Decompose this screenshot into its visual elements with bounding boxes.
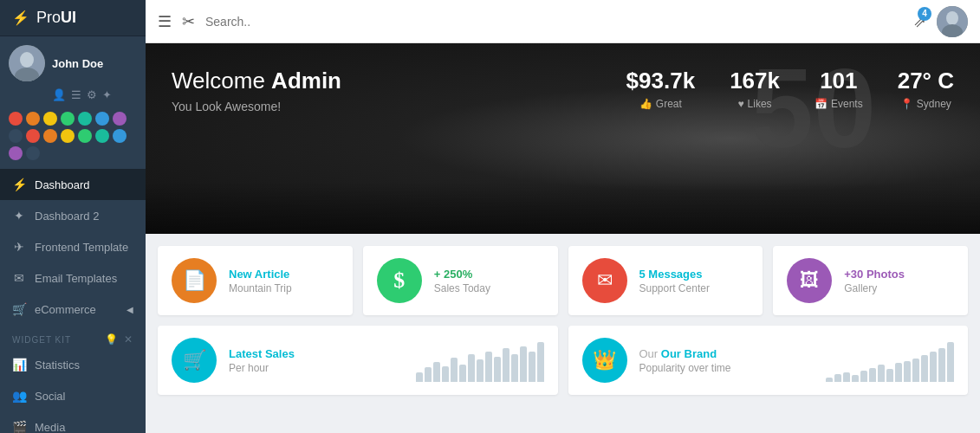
stat-value-weather: 27° C bbox=[898, 68, 954, 94]
color-swatch-10[interactable] bbox=[61, 129, 75, 143]
notifications-wrap: ⇗ 4 bbox=[913, 12, 926, 31]
hero-banner: 50 Welcome Admin You Look Awesome! $93.7… bbox=[146, 43, 980, 234]
latest-sales-icon: 🛒 bbox=[172, 338, 217, 383]
article-subtitle: Mountain Trip bbox=[229, 282, 339, 294]
sidebar-item-label: Statistics bbox=[35, 359, 80, 372]
bolt-icon: ⚡ bbox=[12, 10, 29, 26]
sidebar-nav: ⚡ Dashboard ✦ Dashboard 2 ✈ Frontend Tem… bbox=[0, 169, 146, 433]
ecommerce-icon: 🛒 bbox=[12, 302, 26, 316]
chart-bar bbox=[485, 352, 492, 382]
sidebar-item-dashboard2[interactable]: ✦ Dashboard 2 bbox=[0, 200, 146, 231]
latest-sales-title: Latest Sales bbox=[229, 347, 395, 360]
chart-bar bbox=[878, 365, 885, 382]
color-swatch-12[interactable] bbox=[95, 129, 109, 143]
chart-bar bbox=[869, 368, 876, 382]
chart-bar bbox=[459, 365, 466, 382]
color-swatch-7[interactable] bbox=[9, 129, 23, 143]
sidebar-item-label: Dashboard 2 bbox=[35, 210, 99, 223]
chart-bar bbox=[477, 359, 484, 382]
dashboard-icon: ⚡ bbox=[12, 178, 26, 191]
latest-sales-info: Latest Sales Per hour bbox=[229, 347, 395, 374]
great-icon: 👍 bbox=[639, 98, 652, 110]
color-swatch-15[interactable] bbox=[26, 146, 40, 160]
location-icon: 📍 bbox=[900, 98, 913, 110]
article-icon: 📄 bbox=[172, 258, 217, 303]
color-swatch-14[interactable] bbox=[9, 146, 23, 160]
sidebar: ⚡ ProUI John Doe 👤 ☰ ⚙ ✦ ⚡ Dashboard ✦ bbox=[0, 0, 146, 433]
chart-bar bbox=[912, 359, 919, 382]
color-swatch-13[interactable] bbox=[113, 129, 127, 143]
messages-subtitle: Support Center bbox=[639, 282, 750, 294]
stat-label-revenue: 👍 Great bbox=[626, 98, 696, 110]
color-swatch-0[interactable] bbox=[9, 112, 23, 126]
notification-badge: 4 bbox=[918, 7, 931, 21]
chart-bar bbox=[468, 354, 475, 382]
widget-latest-sales[interactable]: 🛒 Latest Sales Per hour bbox=[158, 326, 558, 395]
logo-text: ProUI bbox=[36, 9, 76, 27]
stat-label-likes: ♥ Likes bbox=[730, 98, 780, 110]
chart-bar bbox=[425, 367, 432, 382]
sales-title: + 250% bbox=[434, 268, 544, 281]
color-swatches bbox=[0, 108, 146, 164]
user-settings-icon[interactable]: ⚙ bbox=[87, 88, 97, 101]
calendar-icon: 📅 bbox=[815, 98, 827, 110]
chart-bar bbox=[511, 354, 518, 382]
widget-row-2: 🛒 Latest Sales Per hour 👑 Our Our Brand … bbox=[158, 326, 968, 395]
sidebar-item-ecommerce[interactable]: 🛒 eCommerce ◀ bbox=[0, 294, 146, 325]
photos-info: +30 Photos Gallery bbox=[844, 268, 954, 294]
widget-kit-section: WIDGET KIT 💡 ✕ bbox=[0, 325, 146, 349]
topbar-avatar[interactable] bbox=[937, 6, 968, 37]
color-swatch-4[interactable] bbox=[78, 112, 92, 126]
user-menu-icon[interactable]: ☰ bbox=[71, 88, 81, 101]
widget-kit-bulb-icon[interactable]: 💡 bbox=[105, 333, 119, 346]
widget-brand[interactable]: 👑 Our Our Brand Popularity over time bbox=[568, 326, 969, 395]
user-profile-icon[interactable]: 👤 bbox=[52, 88, 66, 101]
stat-value-likes: 167k bbox=[730, 68, 780, 94]
tools-icon[interactable]: ✂ bbox=[182, 12, 195, 31]
color-swatch-9[interactable] bbox=[43, 129, 57, 143]
user-star-icon[interactable]: ✦ bbox=[102, 88, 112, 101]
messages-icon: ✉ bbox=[582, 258, 627, 303]
user-action-icons: 👤 ☰ ⚙ ✦ bbox=[0, 87, 146, 108]
color-swatch-8[interactable] bbox=[26, 129, 40, 143]
brand-chart bbox=[826, 339, 954, 382]
sidebar-item-frontend[interactable]: ✈ Frontend Template bbox=[0, 231, 146, 262]
hero-subtitle: You Look Awesome! bbox=[172, 100, 626, 113]
sidebar-logo: ⚡ ProUI bbox=[0, 0, 146, 36]
sidebar-item-label: Social bbox=[35, 390, 65, 403]
color-swatch-3[interactable] bbox=[61, 112, 75, 126]
media-icon: 🎬 bbox=[12, 420, 26, 433]
color-swatch-1[interactable] bbox=[26, 112, 40, 126]
color-swatch-11[interactable] bbox=[78, 129, 92, 143]
chart-bar bbox=[921, 355, 928, 382]
statistics-icon: 📊 bbox=[12, 358, 26, 372]
hero-overlay bbox=[146, 182, 980, 234]
search-input[interactable] bbox=[205, 15, 903, 29]
widget-kit-cross-icon[interactable]: ✕ bbox=[124, 333, 133, 346]
hero-stat-weather: 27° C 📍 Sydney bbox=[898, 68, 954, 110]
sidebar-item-dashboard[interactable]: ⚡ Dashboard bbox=[0, 169, 146, 200]
color-swatch-2[interactable] bbox=[43, 112, 57, 126]
widget-row-1: 📄 New Article Mountain Trip $ + 250% Sal… bbox=[158, 246, 968, 315]
heart-icon: ♥ bbox=[737, 98, 743, 110]
sidebar-item-statistics[interactable]: 📊 Statistics bbox=[0, 349, 146, 380]
ecommerce-arrow: ◀ bbox=[127, 305, 133, 314]
widget-photos[interactable]: 🖼 +30 Photos Gallery bbox=[773, 246, 968, 315]
widget-new-article[interactable]: 📄 New Article Mountain Trip bbox=[158, 246, 353, 315]
color-swatch-6[interactable] bbox=[113, 112, 127, 126]
menu-toggle-icon[interactable]: ☰ bbox=[158, 12, 172, 31]
sidebar-item-social[interactable]: 👥 Social bbox=[0, 380, 146, 411]
widget-sales[interactable]: $ + 250% Sales Today bbox=[363, 246, 558, 315]
hero-stat-events: 101 📅 Events bbox=[815, 68, 863, 110]
sidebar-item-email[interactable]: ✉ Email Templates bbox=[0, 262, 146, 294]
sidebar-item-label: Media bbox=[35, 421, 65, 434]
chart-bar bbox=[947, 342, 954, 382]
widget-messages[interactable]: ✉ 5 Messages Support Center bbox=[568, 246, 763, 315]
chart-bar bbox=[895, 363, 902, 382]
chart-bar bbox=[843, 372, 850, 382]
color-swatch-5[interactable] bbox=[95, 112, 109, 126]
sidebar-item-media[interactable]: 🎬 Media bbox=[0, 411, 146, 433]
sidebar-item-label: Frontend Template bbox=[35, 241, 128, 254]
frontend-icon: ✈ bbox=[12, 240, 26, 254]
photos-title: +30 Photos bbox=[844, 268, 954, 281]
